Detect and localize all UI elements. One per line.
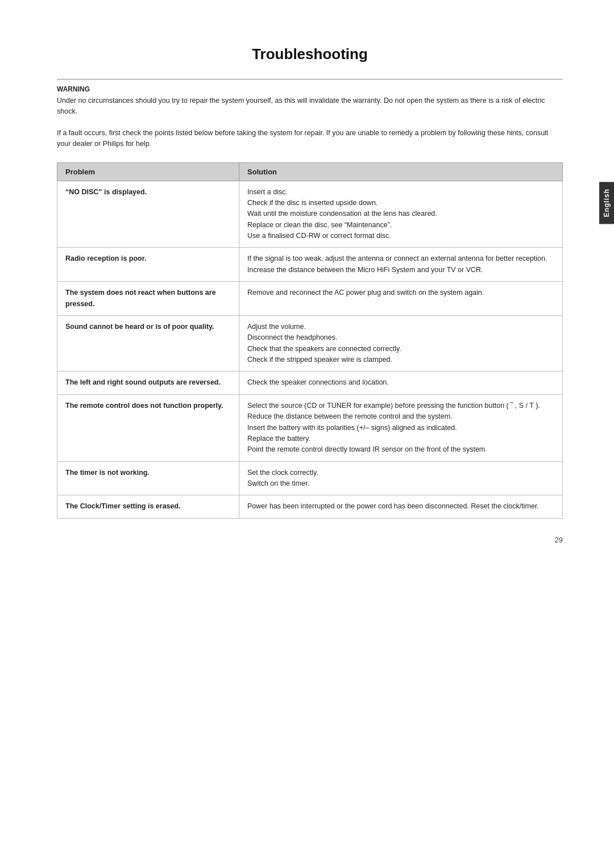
table-row: The timer is not working.Set the clock c…: [57, 461, 563, 495]
solution-cell: Select the source (CD or TUNER for examp…: [239, 394, 563, 461]
table-row: Radio reception is poor.If the signal is…: [57, 248, 563, 282]
page-title: Troubleshooting: [57, 45, 563, 63]
troubleshoot-table: Problem Solution “NO DISC” is displayed.…: [57, 162, 563, 519]
problem-cell: “NO DISC” is displayed.: [57, 181, 239, 248]
solution-cell: Check the speaker connections and locati…: [239, 372, 563, 394]
col-header-problem: Problem: [57, 162, 239, 181]
problem-cell: The remote control does not function pro…: [57, 394, 239, 461]
solution-cell: Remove and reconnect the AC power plug a…: [239, 282, 563, 316]
problem-cell: The left and right sound outputs are rev…: [57, 372, 239, 394]
language-tab: English: [599, 182, 614, 224]
warning-text: Under no circumstances should you try to…: [57, 95, 563, 118]
solution-cell: If the signal is too weak, adjust the an…: [239, 248, 563, 282]
intro-text: If a fault occurs, first check the point…: [57, 128, 563, 150]
solution-cell: Set the clock correctly.Switch on the ti…: [239, 461, 563, 495]
page-container: English Troubleshooting WARNING Under no…: [0, 0, 614, 590]
divider: [57, 79, 563, 80]
col-header-solution: Solution: [239, 162, 563, 181]
solution-cell: Adjust the volume.Disconnect the headpho…: [239, 315, 563, 372]
problem-cell: Radio reception is poor.: [57, 248, 239, 282]
table-row: The remote control does not function pro…: [57, 394, 563, 461]
solution-cell: Power has been interrupted or the power …: [239, 495, 563, 518]
solution-cell: Insert a disc.Check if the disc is inser…: [239, 181, 563, 248]
problem-cell: The system does not react when buttons a…: [57, 282, 239, 316]
problem-cell: The Clock/Timer setting is erased.: [57, 495, 239, 518]
warning-label: WARNING: [57, 85, 563, 93]
problem-cell: The timer is not working.: [57, 461, 239, 495]
table-row: The Clock/Timer setting is erased.Power …: [57, 495, 563, 518]
warning-section: WARNING Under no circumstances should yo…: [57, 85, 563, 118]
table-row: “NO DISC” is displayed.Insert a disc.Che…: [57, 181, 563, 248]
table-row: The system does not react when buttons a…: [57, 282, 563, 316]
table-row: Sound cannot be heard or is of poor qual…: [57, 315, 563, 372]
table-row: The left and right sound outputs are rev…: [57, 372, 563, 394]
problem-cell: Sound cannot be heard or is of poor qual…: [57, 315, 239, 372]
page-number: 29: [57, 536, 563, 544]
